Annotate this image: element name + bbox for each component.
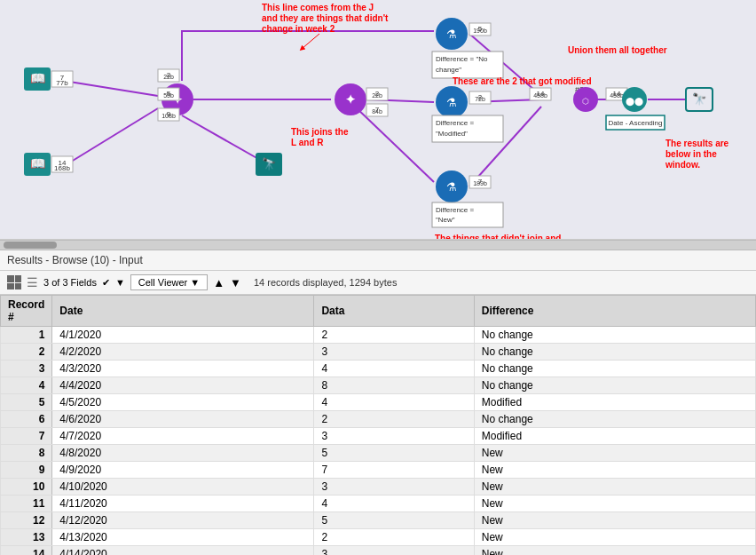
grid-icon [7,275,21,289]
table-row: 44/4/20208No change [1,377,756,394]
svg-text:458b: 458b [533,92,547,99]
cell-difference: Modified [474,394,755,411]
cell-date: 4/9/2020 [52,462,314,479]
cell-data: 4 [314,361,474,377]
cell-date: 4/4/2020 [52,377,314,394]
table-row: 144/14/20203New [1,546,756,556]
cell-record: 7 [1,428,52,445]
table-row: 134/13/20202New [1,529,756,546]
cell-difference: New [474,496,755,512]
cell-date: 4/10/2020 [52,479,314,496]
svg-text:Date - Ascending: Date - Ascending [609,119,663,127]
cell-data: 5 [314,445,474,462]
svg-text:L and R: L and R [291,138,324,147]
cell-data: 2 [314,529,474,546]
cell-data: 3 [314,428,474,445]
svg-text:77b: 77b [56,79,68,87]
fields-checkmark-button[interactable]: ✔ [102,277,110,289]
svg-text:window.: window. [665,160,700,170]
svg-text:⬤⬤: ⬤⬤ [626,97,643,107]
svg-text:⚗: ⚗ [446,96,457,109]
svg-text:The results are: The results are [665,139,729,148]
cell-record: 2 [1,344,52,361]
svg-line-0 [64,81,158,96]
table-row: 34/3/20204No change [1,361,756,377]
cell-date: 4/8/2020 [52,445,314,462]
cell-difference: No change [474,377,755,394]
cell-date: 4/2/2020 [52,344,314,361]
table-row: 84/8/20205New [1,445,756,462]
cell-difference: No change [474,411,755,428]
cell-date: 4/11/2020 [52,496,314,512]
svg-line-3 [182,115,260,160]
cell-date: 4/3/2020 [52,361,314,377]
cell-date: 4/1/2020 [52,327,314,344]
cell-record: 3 [1,361,52,377]
svg-text:below in the: below in the [665,149,717,159]
cell-difference: New [474,546,755,556]
col-header-date: Date [52,296,314,327]
cell-date: 4/6/2020 [52,411,314,428]
cell-record: 11 [1,496,52,512]
cell-data: 7 [314,462,474,479]
cell-difference: No change [474,327,755,344]
fields-dropdown-button[interactable]: ▼ [115,277,125,288]
cell-record: 5 [1,394,52,411]
data-table-container: Record # Date Data Difference 14/1/20202… [0,295,756,555]
table-header-row: Record # Date Data Difference [1,296,756,327]
svg-line-84 [302,34,319,49]
cell-record: 14 [1,546,52,556]
col-header-data: Data [314,296,474,327]
cell-data: 2 [314,411,474,428]
results-bar: Results - Browse (10) - Input [0,250,756,271]
svg-text:"Modified": "Modified" [436,130,468,138]
cell-date: 4/13/2020 [52,529,314,546]
scrollbar-thumb[interactable] [4,242,57,249]
cell-difference: New [474,479,755,496]
svg-text:⚗: ⚗ [446,28,457,41]
table-row: 104/10/20203New [1,479,756,496]
cell-data: 4 [314,496,474,512]
svg-text:84b: 84b [372,108,382,115]
cell-difference: No change [474,361,755,377]
svg-text:22b: 22b [163,74,174,80]
canvas-scrollbar[interactable] [0,240,756,250]
cell-record: 13 [1,529,52,546]
cell-date: 4/5/2020 [52,394,314,411]
svg-text:📖: 📖 [30,156,46,171]
col-header-record: Record # [1,296,52,327]
col-header-difference: Difference [474,296,755,327]
svg-text:🔭: 🔭 [262,156,277,171]
cell-record: 6 [1,411,52,428]
table-row: 114/11/20204New [1,496,756,512]
cell-difference: New [474,462,755,479]
svg-line-5 [355,107,434,182]
svg-text:change": change" [436,66,461,74]
cell-data: 3 [314,344,474,361]
cell-data: 3 [314,546,474,556]
svg-text:189b: 189b [473,180,487,186]
cell-data: 8 [314,377,474,394]
cell-data: 3 [314,479,474,496]
svg-text:72b: 72b [475,96,485,102]
cell-record: 9 [1,462,52,479]
svg-text:🔭: 🔭 [692,91,707,107]
cell-record: 12 [1,512,52,529]
svg-text:This joins the: This joins the [291,127,349,137]
svg-text:168b: 168b [54,164,70,172]
svg-text:Union them all together: Union them all together [568,45,667,55]
sort-down-icon[interactable]: ▼ [230,276,241,289]
table-row: 54/5/20204Modified [1,394,756,411]
table-row: 74/7/20203Modified [1,428,756,445]
cell-difference: Modified [474,428,755,445]
data-table: Record # Date Data Difference 14/1/20202… [0,295,756,555]
cell-viewer-button[interactable]: Cell Viewer ▼ [130,274,208,290]
cell-date: 4/7/2020 [52,428,314,445]
svg-text:190b: 190b [473,28,487,34]
svg-text:and they are things that didn': and they are things that didn't [262,13,389,23]
sort-up-icon[interactable]: ▲ [213,276,224,289]
workflow-canvas: 📖 7 77b 📖 14 168b ✦ 2 22b 5 55b 9 108b ✦… [0,0,756,240]
results-title: Results - Browse (10) - Input [7,254,143,266]
cell-record: 8 [1,445,52,462]
cell-data: 2 [314,327,474,344]
